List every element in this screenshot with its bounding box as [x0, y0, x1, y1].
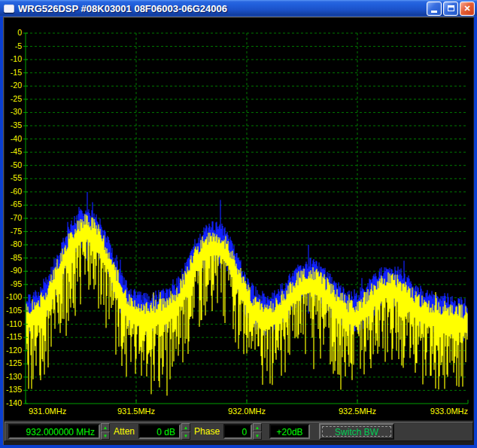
frequency-spinner: ▲ ▼ — [101, 423, 110, 440]
svg-text:-30: -30 — [11, 107, 22, 116]
svg-text:-60: -60 — [11, 187, 22, 196]
svg-text:-65: -65 — [11, 200, 22, 209]
svg-text:-70: -70 — [11, 213, 22, 222]
svg-text:-135: -135 — [6, 385, 22, 394]
switch-bw-button[interactable]: Switch BW — [319, 423, 394, 440]
app-window: WRG526DSP #08K03001 08F06003-06G24006 ✕ … — [0, 0, 477, 448]
app-icon — [4, 5, 14, 13]
svg-text:-10: -10 — [11, 54, 22, 63]
svg-text:-105: -105 — [6, 306, 22, 315]
atten-spin-down-icon[interactable]: ▼ — [181, 431, 190, 440]
svg-text:-110: -110 — [7, 319, 22, 328]
phase-spinner: ▲ ▼ — [253, 423, 262, 440]
svg-text:-40: -40 — [11, 134, 22, 143]
atten-spin-up-icon[interactable]: ▲ — [181, 423, 190, 431]
svg-text:-45: -45 — [11, 147, 22, 156]
svg-text:933.0MHz: 933.0MHz — [430, 407, 468, 416]
svg-text:-5: -5 — [15, 41, 22, 50]
svg-text:932.5MHz: 932.5MHz — [339, 407, 376, 416]
svg-text:931.5MHz: 931.5MHz — [117, 407, 155, 416]
close-icon: ✕ — [463, 5, 470, 13]
phase-field[interactable]: 0 — [223, 424, 252, 439]
maximize-button[interactable] — [443, 2, 458, 16]
svg-text:-55: -55 — [11, 173, 22, 182]
svg-text:932.0MHz: 932.0MHz — [228, 407, 266, 416]
frequency-spin-up-icon[interactable]: ▲ — [101, 423, 110, 431]
svg-text:-130: -130 — [6, 372, 22, 381]
svg-text:-95: -95 — [11, 279, 22, 288]
control-bar: 932.000000 MHz ▲ ▼ Atten 0 dB ▲ ▼ Phase … — [5, 422, 473, 441]
spectrum-plot: 0-5-10-15-20-25-30-35-40-45-50-55-60-65-… — [5, 18, 473, 420]
svg-text:-115: -115 — [7, 332, 22, 341]
svg-text:-100: -100 — [6, 292, 22, 301]
svg-text:931.0MHz: 931.0MHz — [29, 407, 66, 416]
phase-label: Phase — [194, 426, 220, 437]
svg-text:-25: -25 — [11, 94, 22, 103]
svg-text:-50: -50 — [11, 160, 22, 169]
svg-text:-120: -120 — [6, 346, 22, 355]
maximize-icon — [448, 5, 454, 11]
spectrum-svg: 0-5-10-15-20-25-30-35-40-45-50-55-60-65-… — [5, 18, 472, 420]
frequency-field[interactable]: 932.000000 MHz — [8, 424, 100, 439]
atten-spinner: ▲ ▼ — [181, 423, 190, 440]
window-title: WRG526DSP #08K03001 08F06003-06G24006 — [18, 3, 427, 14]
frequency-spin-down-icon[interactable]: ▼ — [101, 431, 110, 440]
svg-text:-90: -90 — [11, 266, 22, 275]
atten-label: Atten — [114, 426, 135, 437]
svg-text:-75: -75 — [11, 227, 22, 236]
phase-spin-up-icon[interactable]: ▲ — [253, 423, 262, 431]
minimize-icon — [431, 11, 437, 13]
titlebar[interactable]: WRG526DSP #08K03001 08F06003-06G24006 ✕ — [0, 0, 477, 17]
svg-text:-140: -140 — [6, 398, 22, 407]
svg-text:0: 0 — [17, 28, 22, 37]
gain-20db-button[interactable]: +20dB — [269, 424, 310, 439]
svg-text:-80: -80 — [11, 239, 22, 248]
minimize-button[interactable] — [427, 2, 442, 16]
atten-field[interactable]: 0 dB — [138, 424, 181, 439]
svg-text:-20: -20 — [11, 81, 22, 90]
svg-text:-35: -35 — [11, 120, 22, 130]
svg-text:-15: -15 — [11, 68, 22, 77]
svg-text:-85: -85 — [11, 253, 22, 262]
close-button[interactable]: ✕ — [460, 2, 475, 16]
client-area: 0-5-10-15-20-25-30-35-40-45-50-55-60-65-… — [3, 17, 474, 445]
phase-spin-down-icon[interactable]: ▼ — [253, 431, 262, 440]
svg-text:-125: -125 — [6, 358, 22, 367]
